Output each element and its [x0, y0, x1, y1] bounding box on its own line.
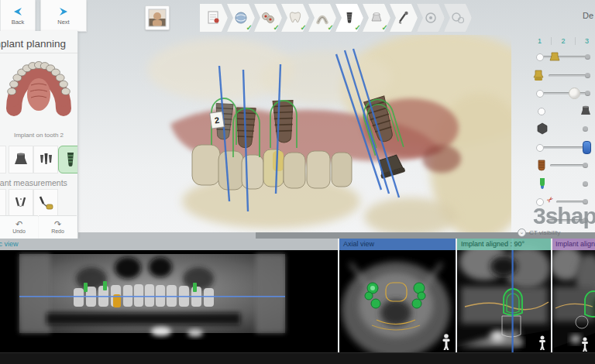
copper-implant-icon — [536, 159, 547, 171]
dark-abutment-icon — [580, 105, 592, 116]
implant-selected-icon — [64, 151, 77, 168]
implant-aligned-title: Implant aligned : 90° — [461, 240, 524, 248]
measure-cell-clipped[interactable] — [0, 189, 6, 217]
abutment-visibility-toggle[interactable] — [511, 104, 593, 119]
tab-separator — [575, 37, 576, 45]
implant-visibility-toggle[interactable] — [511, 177, 593, 192]
implant-aligned-2-title: Implant aligned — [555, 240, 595, 248]
redo-icon: ↷ — [54, 221, 61, 228]
undo-icon: ↶ — [15, 221, 22, 228]
cross-section-ct-image-2 — [552, 239, 595, 352]
order-form-icon — [206, 10, 222, 26]
tab-3[interactable]: 3 — [580, 37, 593, 45]
next-button[interactable]: Next — [40, 0, 87, 32]
undo-button[interactable]: ↶ Undo — [0, 215, 38, 239]
axial-ct-image — [339, 239, 456, 352]
pano-slice-line — [19, 296, 285, 297]
tab-separator — [551, 37, 552, 45]
manufacture-gear-icon — [423, 10, 439, 26]
implant-set-icon — [37, 152, 54, 167]
angle-measure-tool[interactable] — [9, 189, 33, 217]
blue-implant-handle-icon[interactable] — [583, 141, 591, 154]
back-arrow-icon — [11, 6, 25, 17]
abutment-icon — [12, 152, 29, 167]
implant-outline — [585, 291, 595, 317]
abutment-tool[interactable] — [9, 146, 33, 173]
axial-view-title: Axial view — [343, 240, 374, 248]
export-gears-icon — [450, 10, 466, 26]
implant-tool-selected[interactable] — [58, 146, 78, 173]
undo-label: Undo — [12, 228, 26, 234]
abutment-position-slider[interactable] — [511, 50, 593, 65]
3d-scene-viewport[interactable]: 2 — [77, 35, 511, 239]
abutment-height-slider[interactable] — [511, 68, 593, 84]
cross-section-ct-image — [457, 239, 551, 352]
back-button[interactable]: Back — [0, 0, 36, 32]
back-label: Back — [12, 19, 25, 26]
crown-handle-icon[interactable] — [569, 88, 580, 99]
ct-visibility-label: CT visibility — [529, 229, 560, 236]
patient-photo-icon — [148, 9, 167, 27]
fixture-visibility-toggle[interactable] — [511, 122, 593, 137]
ct-visibility-toggle[interactable]: ⌄ CT visibility — [518, 228, 595, 237]
implant-number-tag: 2 — [210, 112, 225, 129]
maxilla-scan-thumbnail — [5, 54, 73, 132]
tab-2[interactable]: 2 — [556, 37, 569, 45]
implant-opacity-slider[interactable] — [511, 140, 593, 156]
gold-abutment-handle-icon[interactable] — [549, 51, 561, 62]
left-panel: Implant planning Implant on tooth 2 — [0, 31, 78, 239]
crown-opacity-slider[interactable] — [511, 86, 593, 101]
next-arrow-icon — [57, 6, 71, 17]
slice-axis-line — [512, 239, 514, 352]
panoramic-view-title: Panoramic view — [0, 240, 19, 248]
tab-1[interactable]: 1 — [533, 37, 546, 45]
measurements-title: Implant measurements — [0, 178, 67, 187]
green-implant-icon — [538, 177, 547, 190]
implant-set-tool[interactable] — [33, 146, 58, 173]
hex-fixture-icon — [536, 122, 549, 135]
distance-measure-tool[interactable] — [33, 189, 58, 217]
gold-abutment-icon — [531, 69, 545, 82]
next-label: Next — [57, 19, 69, 26]
implant-caption: Implant on tooth 2 — [0, 132, 78, 139]
distance-measure-icon — [37, 195, 54, 211]
tool-cell-clipped[interactable] — [0, 146, 6, 173]
right-panel-tabs: 1 2 3 — [533, 37, 593, 45]
chevron-down-icon: ⌄ — [518, 228, 526, 237]
step-patient-photo[interactable] — [145, 5, 170, 30]
implant-studio-app: 2 Back Next — [0, 0, 595, 364]
implant-aligned-panel[interactable]: Implant aligned : 90° — [457, 239, 551, 352]
panoramic-view-panel[interactable]: Panoramic view — [0, 239, 338, 352]
axial-view-panel[interactable]: Axial view — [339, 239, 456, 352]
drill-icon — [396, 10, 411, 26]
redo-button[interactable]: ↷ Redo — [39, 215, 77, 239]
watermark: 3shape — [533, 203, 595, 229]
status-bar — [0, 352, 595, 364]
implant-aligned-panel-2[interactable]: Implant aligned — [552, 239, 595, 352]
redo-label: Redo — [51, 228, 64, 234]
angle-measure-icon — [13, 195, 29, 211]
implant-color-slider[interactable] — [511, 158, 593, 173]
top-right-label: De — [583, 11, 593, 20]
panoramic-xray-image — [0, 239, 338, 352]
panel-title: Implant planning — [0, 38, 66, 50]
